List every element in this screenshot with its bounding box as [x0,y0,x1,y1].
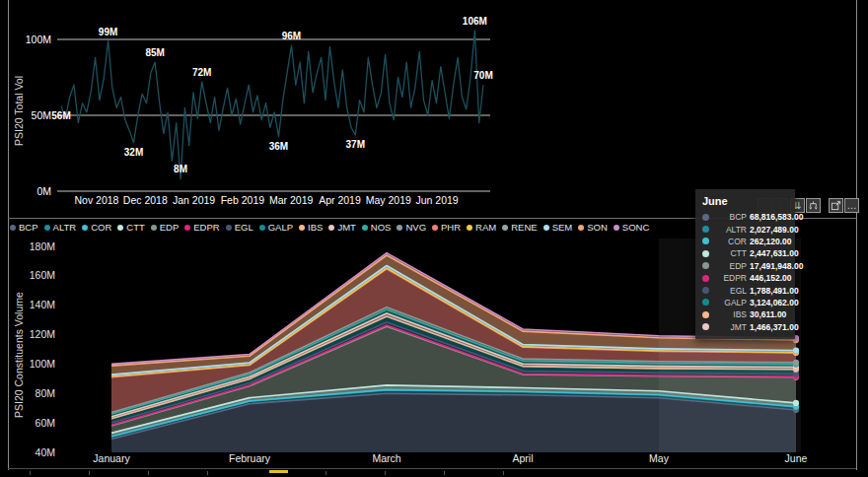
tooltip-dot-BCP [702,214,709,221]
marker-june-SEM[interactable] [793,347,799,353]
strip-highlight[interactable] [269,470,288,473]
bottom-ytick-160M: 160M [30,269,55,281]
legend-dot-EGL [226,225,232,231]
tooltip-rows: BCP68,816,583.00ALTR2,027,489.00COR262,1… [702,211,789,333]
annotation-56M: 56M [51,110,70,121]
top-xtick-Feb-2019: Feb 2019 [221,194,265,206]
more-options-icon[interactable]: … [844,198,859,213]
tooltip-dot-EGL [702,287,709,294]
tooltip-row-EDPR: EDPR446,152.00 [702,272,789,284]
tooltip-row-EGL: EGL1,788,491.00 [702,284,789,296]
strip-tick [503,471,504,475]
marker-june-CTT[interactable] [793,400,799,406]
bottom-ytick-180M: 180M [30,240,55,252]
bottom-strip [0,469,868,477]
top-xtick-May-2019: May 2019 [366,194,411,206]
bottom-xtick-January: January [93,452,130,464]
legend-item-EDP[interactable]: EDP [151,223,180,233]
tooltip-value-JMT: 1,466,371.00 [750,322,799,332]
legend-label-RAM: RAM [475,223,496,233]
legend-item-EDPR[interactable]: EDPR [184,223,219,233]
legend-item-CTT[interactable]: CTT [117,223,144,233]
bottom-ytick-60M: 60M [36,417,55,429]
bottom-xtick-February: February [229,452,271,464]
legend-item-GALP[interactable]: GALP [259,223,293,233]
legend-dot-COR [82,225,88,231]
legend-item-PHR[interactable]: PHR [432,223,461,233]
annotation-99M: 99M [99,27,117,37]
legend-label-EDPR: EDPR [193,223,219,233]
top-xtick-Jan-2019: Jan 2019 [173,194,215,206]
legend-label-BCP: BCP [19,223,38,233]
legend-dot-NOS [362,225,368,231]
tooltip-dot-ALTR [702,226,709,233]
tooltip-label-CTT: CTT [716,248,747,258]
expand-all-levels-icon[interactable] [806,198,821,213]
legend-dot-PHR [432,225,438,231]
tooltip-dot-COR [702,238,709,244]
bottom-ytick-100M: 100M [30,358,55,370]
legend-item-SONC[interactable]: SONC [614,223,649,233]
legend-item-NVG[interactable]: NVG [397,223,426,233]
strip-tick [444,471,445,475]
annotation-106M: 106M [463,16,487,27]
tooltip-dot-CTT [702,250,709,257]
legend-label-GALP: GALP [268,223,293,233]
legend-dot-RENE [502,225,508,231]
legend-item-SON[interactable]: SON [578,223,608,233]
strip-tick [148,471,149,475]
tooltip-label-BCP: BCP [716,212,747,222]
tooltip-row-COR: COR262,120.00 [702,236,789,247]
bottom-xtick-May: May [649,452,670,464]
legend-label-SONC: SONC [622,223,649,233]
legend-item-IBS[interactable]: IBS [299,223,323,233]
legend-label-SEM: SEM [552,223,573,233]
legend-dot-CTT [117,225,123,231]
tooltip-label-COR: COR [716,237,747,246]
tooltip-row-JMT: JMT1,466,371.00 [702,321,789,333]
tooltip-row-IBS: IBS30,611.00 [702,308,789,320]
legend-item-RAM[interactable]: RAM [467,223,496,233]
tooltip-label-EGL: EGL [716,286,747,296]
tooltip-value-COR: 262,120.00 [750,237,792,246]
bottom-ytick-140M: 140M [30,299,55,310]
legend-item-NOS[interactable]: NOS [362,223,392,233]
tooltip-value-EDP: 17,491,948.00 [750,261,803,271]
tooltip-value-CTT: 2,447,631.00 [750,248,799,258]
marker-june-NVG[interactable] [793,360,799,366]
tooltip-header: June [702,195,789,207]
legend-item-JMT[interactable]: JMT [328,223,355,233]
legend-item-COR[interactable]: COR [82,223,111,233]
top-xtick-Dec-2018: Dec 2018 [123,194,168,206]
tooltip-value-EGL: 1,788,491.00 [750,286,799,296]
tooltip-value-IBS: 30,611.00 [750,309,789,319]
annotation-96M: 96M [282,31,301,41]
annotation-70M: 70M [473,70,492,81]
strip-tick [89,471,90,475]
tooltip-dot-IBS [702,311,709,318]
tooltip-row-GALP: GALP3,124,062.00 [702,297,789,308]
bottom-ytick-80M: 80M [36,387,55,399]
legend-item-RENE[interactable]: RENE [502,223,537,233]
top-xtick-Nov-2018: Nov 2018 [75,194,119,206]
legend-item-SEM[interactable]: SEM [543,223,573,233]
legend-dot-IBS [299,225,305,231]
legend-item-BCP[interactable]: BCP [10,223,38,233]
legend: BCPALTRCORCTTEDPEDPREGLGALPIBSJMTNOSNVGP… [10,220,649,235]
legend-item-EGL[interactable]: EGL [226,223,253,233]
bottom-ytick-40M: 40M [36,446,55,458]
tooltip: June BCP68,816,583.00ALTR2,027,489.00COR… [695,189,795,339]
legend-label-NOS: NOS [371,223,392,233]
tooltip-dot-EDPR [702,275,709,282]
tooltip-label-EDPR: EDPR [716,273,747,283]
tooltip-row-EDP: EDP17,491,948.00 [702,260,789,272]
legend-label-EDP: EDP [160,223,180,233]
tooltip-value-ALTR: 2,027,489.00 [750,225,799,235]
legend-dot-BCP [10,225,16,231]
legend-dot-EDPR [184,225,190,231]
legend-item-ALTR[interactable]: ALTR [44,223,77,233]
strip-tick [385,471,386,475]
annotation-8M: 8M [174,164,187,174]
y-axis-title-constituents-volume: PSI20 Constituents Volume [13,292,25,418]
focus-mode-icon[interactable] [829,198,843,213]
